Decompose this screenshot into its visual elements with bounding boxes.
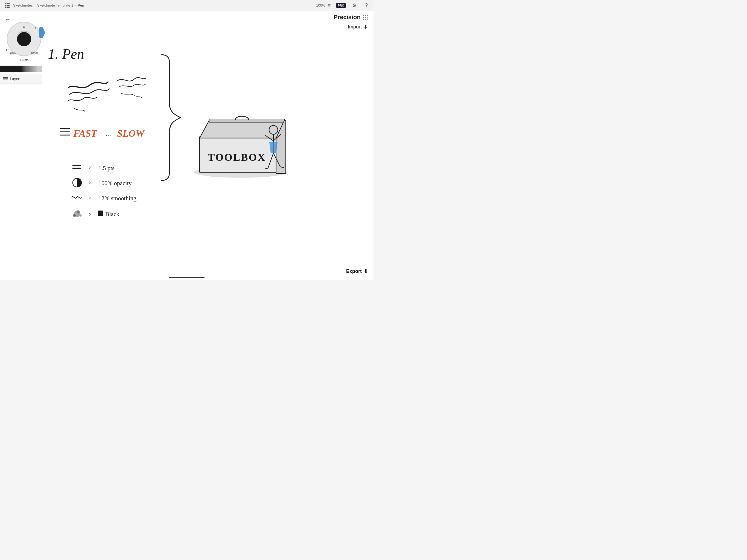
black-swatch	[98, 210, 103, 216]
precision-panel-header: Precision	[334, 14, 368, 21]
topbar: Sketchnotes › Sketchnote Template 1 › Pe…	[0, 0, 374, 11]
export-button[interactable]: Export ⬇	[346, 268, 368, 275]
help-button[interactable]: ?	[363, 2, 370, 9]
wheel-number-right: 3	[35, 27, 36, 29]
prop-arrow4: ›	[89, 210, 91, 218]
tool-symbol-left[interactable]: ↩	[5, 48, 8, 52]
brush-center	[17, 32, 31, 46]
canvas[interactable]: 3 3 1.5 pts 20% 100% ↩ ↩ Layers 1. Pen	[0, 11, 374, 280]
prop-arrow2: ›	[89, 179, 91, 186]
slow-stroke-3	[120, 93, 142, 98]
blue-tab[interactable]	[39, 27, 45, 38]
wheel-number-3: 3	[23, 26, 25, 28]
smoothing-icon	[72, 197, 81, 198]
prop-opacity: 100% opacity	[98, 180, 132, 186]
layers-icon	[3, 77, 8, 80]
grid-icon	[5, 3, 9, 8]
slow-text: SLOW	[117, 128, 145, 139]
breadcrumb-sep2: ›	[75, 3, 76, 7]
grid-menu-button[interactable]	[3, 2, 11, 9]
breadcrumb-sep1: ›	[34, 3, 35, 7]
current-tool: Pen	[78, 3, 84, 7]
toolbox-lid	[200, 120, 284, 138]
prop-smoothing: 12% smoothing	[98, 195, 136, 202]
prop-arrow3: ›	[89, 194, 91, 201]
slow-stroke-2	[119, 84, 146, 87]
prop-size: 1.5 pts	[98, 164, 114, 172]
curly-brace	[161, 55, 180, 180]
precision-label: Precision	[334, 14, 361, 21]
figure-shirt	[269, 142, 278, 153]
drawing-canvas[interactable]: 1. Pen FAST ... SLOW › 1.5 pts › 100% op…	[0, 11, 374, 280]
color-dot3	[80, 214, 82, 217]
topbar-right: 100% ↑0° PRO ⚙ ?	[316, 2, 370, 9]
pro-badge: PRO	[336, 3, 346, 8]
color-dot1	[73, 214, 76, 217]
brush-size-wheel[interactable]: 3 3 1.5 pts 20% 100%	[7, 22, 41, 56]
toolbox-text: TOOLBOX	[208, 152, 266, 163]
home-indicator	[169, 277, 205, 278]
fast-stroke-1	[68, 82, 108, 87]
export-label: Export	[346, 269, 362, 274]
doc-name[interactable]: Sketchnote Template 1	[37, 3, 73, 7]
zoom-level[interactable]: 100% ↑0°	[316, 3, 331, 7]
import-icon: ⬇	[363, 24, 368, 30]
export-icon: ⬇	[363, 268, 368, 275]
title-text: 1. Pen	[48, 46, 84, 62]
brush-wheel[interactable]: 3 3 1.5 pts 20% 100% ↩ ↩	[3, 14, 45, 64]
breadcrumb: Sketchnotes › Sketchnote Template 1 › Pe…	[13, 3, 84, 7]
color-dot2	[77, 210, 80, 213]
fast-stroke-3	[68, 97, 97, 101]
ellipsis-text: ...	[105, 129, 111, 138]
opacity-fill	[77, 178, 81, 187]
fast-stroke-4	[74, 108, 85, 112]
layers-label: Layers	[10, 77, 21, 81]
opacity-max: 100%	[31, 52, 38, 55]
import-label: Import	[348, 24, 362, 30]
question-icon: ?	[365, 2, 368, 8]
prop-color: Black	[105, 210, 119, 218]
prop-arrow1: ›	[89, 164, 91, 171]
dots-grid-icon	[363, 15, 368, 20]
settings-button[interactable]: ⚙	[351, 2, 358, 9]
topbar-left: Sketchnotes › Sketchnote Template 1 › Pe…	[3, 2, 316, 9]
panel-header: Precision Import ⬇	[334, 14, 368, 30]
import-button[interactable]: Import ⬇	[348, 24, 368, 30]
opacity-min: 20%	[9, 52, 16, 55]
fast-text: FAST	[73, 128, 98, 139]
app-name[interactable]: Sketchnotes	[13, 3, 33, 7]
brush-size-label: 1.5 pts	[19, 58, 28, 61]
fast-stroke-2	[70, 89, 109, 94]
layers-panel[interactable]: Layers	[0, 74, 42, 84]
slow-stroke-1	[118, 78, 146, 81]
tool-arrow-back[interactable]: ↩	[6, 17, 9, 22]
toolbox-lid-top	[209, 119, 284, 122]
gear-icon: ⚙	[352, 2, 357, 8]
color-swatch-bar[interactable]	[0, 66, 42, 72]
